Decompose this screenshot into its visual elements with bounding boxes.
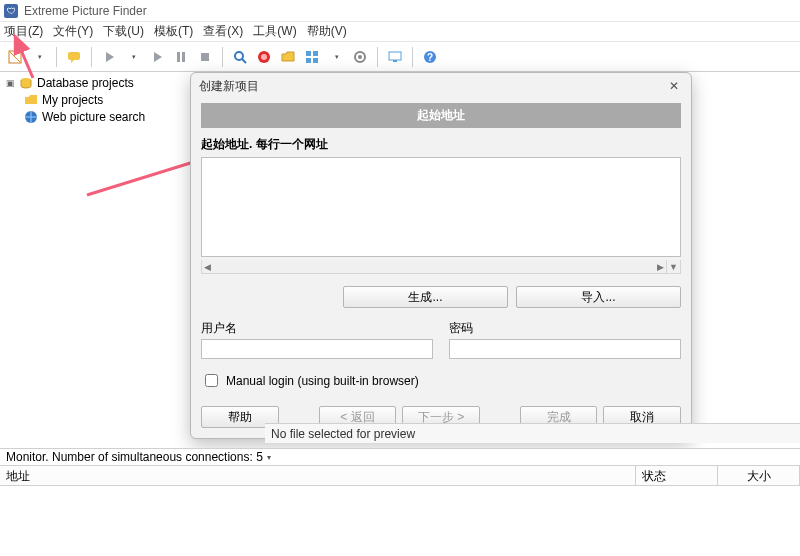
- folder-icon: [24, 93, 38, 107]
- chevron-down-icon[interactable]: ▾: [267, 453, 271, 462]
- svg-line-6: [242, 59, 246, 63]
- svg-point-14: [358, 55, 362, 59]
- monitor-bar: Monitor. Number of simultaneous connecti…: [0, 448, 800, 466]
- password-label: 密码: [449, 320, 681, 337]
- help-button[interactable]: ?: [419, 46, 441, 68]
- svg-point-5: [235, 52, 243, 60]
- tree-root[interactable]: ▣ Database projects: [4, 74, 204, 91]
- play-alt-button[interactable]: [146, 46, 168, 68]
- menu-tools[interactable]: 工具(W): [253, 23, 296, 40]
- svg-rect-9: [306, 51, 311, 56]
- new-project-dropdown[interactable]: [28, 46, 50, 68]
- globe-icon: [24, 110, 38, 124]
- menu-view[interactable]: 查看(X): [203, 23, 243, 40]
- svg-rect-16: [393, 60, 397, 62]
- toolbar-separator: [377, 47, 378, 67]
- column-size[interactable]: 大小: [718, 466, 800, 485]
- settings-button[interactable]: [349, 46, 371, 68]
- tree-item-label: My projects: [42, 93, 103, 107]
- toolbar-separator: [56, 47, 57, 67]
- stop-button[interactable]: [194, 46, 216, 68]
- import-button[interactable]: 导入...: [516, 286, 681, 308]
- menu-template[interactable]: 模板(T): [154, 23, 193, 40]
- expand-icon[interactable]: ▣: [6, 78, 15, 88]
- textarea-label: 起始地址. 每行一个网址: [201, 136, 681, 153]
- app-icon: 🛡: [4, 4, 18, 18]
- dialog-banner: 起始地址: [201, 103, 681, 128]
- dialog-titlebar: 创建新项目 ✕: [191, 73, 691, 99]
- svg-rect-3: [182, 52, 185, 62]
- toolbar-separator: [91, 47, 92, 67]
- new-project-button[interactable]: [4, 46, 26, 68]
- textarea-scrollbar-horizontal[interactable]: ◀▶: [201, 260, 667, 274]
- manual-login-checkbox[interactable]: [205, 374, 218, 387]
- svg-rect-15: [389, 52, 401, 60]
- column-status[interactable]: 状态: [636, 466, 718, 485]
- toolbar-separator: [222, 47, 223, 67]
- globe-button[interactable]: [253, 46, 275, 68]
- titlebar: 🛡 Extreme Picture Finder: [0, 0, 800, 22]
- svg-rect-1: [68, 52, 80, 60]
- generate-button[interactable]: 生成...: [343, 286, 508, 308]
- window-title: Extreme Picture Finder: [24, 4, 147, 18]
- database-icon: [19, 76, 33, 90]
- svg-rect-4: [201, 53, 209, 61]
- menu-download[interactable]: 下载(U): [103, 23, 144, 40]
- toolbar: ?: [0, 42, 800, 72]
- svg-point-8: [261, 54, 267, 60]
- svg-rect-10: [313, 51, 318, 56]
- close-icon[interactable]: ✕: [665, 77, 683, 95]
- play-dropdown[interactable]: [122, 46, 144, 68]
- menubar: 项目(Z) 文件(Y) 下载(U) 模板(T) 查看(X) 工具(W) 帮助(V…: [0, 22, 800, 42]
- folder-button[interactable]: [277, 46, 299, 68]
- search-button[interactable]: [229, 46, 251, 68]
- menu-help[interactable]: 帮助(V): [307, 23, 347, 40]
- new-project-dialog: 创建新项目 ✕ 起始地址 起始地址. 每行一个网址 ◀▶ ▼ 生成... 导入.…: [190, 72, 692, 439]
- toolbar-separator: [412, 47, 413, 67]
- preview-status: No file selected for preview: [265, 423, 800, 443]
- tree-item-web-search[interactable]: Web picture search: [4, 108, 204, 125]
- play-button[interactable]: [98, 46, 120, 68]
- monitor-button[interactable]: [384, 46, 406, 68]
- svg-rect-12: [313, 58, 318, 63]
- monitor-text: Monitor. Number of simultaneous connecti…: [6, 450, 263, 464]
- textarea-scrollbar-down[interactable]: ▼: [667, 260, 681, 274]
- download-columns: 地址 状态 大小: [0, 466, 800, 486]
- menu-project[interactable]: 项目(Z): [4, 23, 43, 40]
- thumbnails-dropdown[interactable]: [325, 46, 347, 68]
- preview-status-text: No file selected for preview: [271, 427, 415, 441]
- svg-text:?: ?: [427, 52, 433, 63]
- start-url-textarea[interactable]: [201, 157, 681, 257]
- comment-button[interactable]: [63, 46, 85, 68]
- password-field[interactable]: [449, 339, 681, 359]
- username-label: 用户名: [201, 320, 433, 337]
- tree-item-my-projects[interactable]: My projects: [4, 91, 204, 108]
- column-address[interactable]: 地址: [0, 466, 636, 485]
- username-field[interactable]: [201, 339, 433, 359]
- pause-button[interactable]: [170, 46, 192, 68]
- menu-file[interactable]: 文件(Y): [53, 23, 93, 40]
- tree-root-label: Database projects: [37, 76, 134, 90]
- manual-login-label: Manual login (using built-in browser): [226, 374, 419, 388]
- svg-rect-2: [177, 52, 180, 62]
- thumbnails-button[interactable]: [301, 46, 323, 68]
- tree-item-label: Web picture search: [42, 110, 145, 124]
- project-tree: ▣ Database projects My projects Web pict…: [4, 74, 204, 125]
- dialog-title: 创建新项目: [199, 78, 259, 95]
- svg-rect-11: [306, 58, 311, 63]
